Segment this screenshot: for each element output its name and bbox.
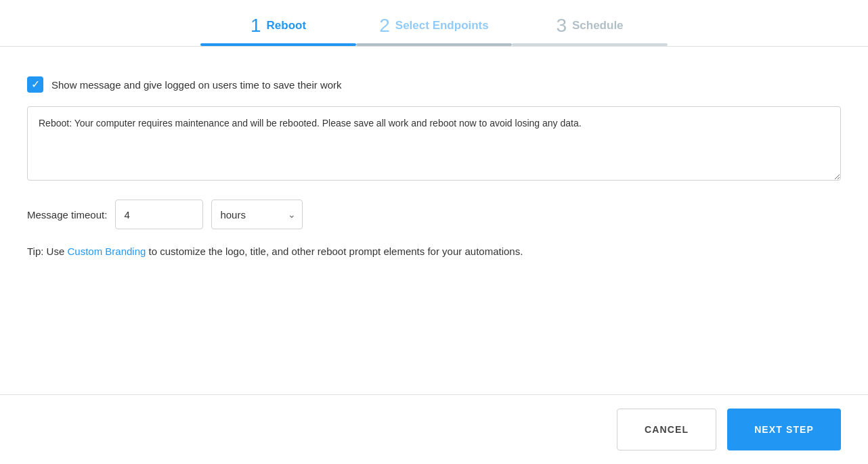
timeout-unit-wrapper: minutes hours days ⌄ xyxy=(211,200,303,229)
checkmark-icon: ✓ xyxy=(31,79,40,90)
timeout-row: Message timeout: minutes hours days ⌄ xyxy=(27,200,841,229)
step-3-number: 3 xyxy=(556,16,567,35)
checkbox-row: ✓ Show message and give logged on users … xyxy=(27,76,841,93)
step-3[interactable]: 3 Schedule xyxy=(512,16,668,46)
step-2-label: Select Endpoints xyxy=(395,19,489,32)
tip-row: Tip: Use Custom Branding to customize th… xyxy=(27,246,841,257)
step-2-number: 2 xyxy=(379,16,390,35)
page-wrapper: 1 Reboot 2 Select Endpoints 3 Schedule xyxy=(0,0,868,464)
show-message-label: Show message and give logged on users ti… xyxy=(51,79,342,91)
timeout-label: Message timeout: xyxy=(27,209,107,221)
step-3-label: Schedule xyxy=(572,19,624,32)
next-step-button[interactable]: NEXT STEP xyxy=(727,409,841,450)
timeout-unit-select[interactable]: minutes hours days xyxy=(211,200,303,229)
show-message-checkbox[interactable]: ✓ xyxy=(27,76,43,93)
step-1-label: Reboot xyxy=(267,19,307,32)
custom-branding-link[interactable]: Custom Branding xyxy=(67,246,146,257)
footer: CANCEL NEXT STEP xyxy=(0,394,868,464)
cancel-button[interactable]: CANCEL xyxy=(617,409,716,450)
step-1-number: 1 xyxy=(251,16,261,35)
top-divider xyxy=(0,46,868,47)
step-2[interactable]: 2 Select Endpoints xyxy=(356,16,512,46)
step-1[interactable]: 1 Reboot xyxy=(200,16,356,46)
main-content: ✓ Show message and give logged on users … xyxy=(0,63,868,394)
stepper: 1 Reboot 2 Select Endpoints 3 Schedule xyxy=(0,0,868,46)
timeout-number-input[interactable] xyxy=(115,200,203,229)
tip-prefix: Tip: Use xyxy=(27,246,67,257)
tip-suffix: to customize the logo, title, and other … xyxy=(146,246,523,257)
message-textarea[interactable] xyxy=(27,106,841,181)
